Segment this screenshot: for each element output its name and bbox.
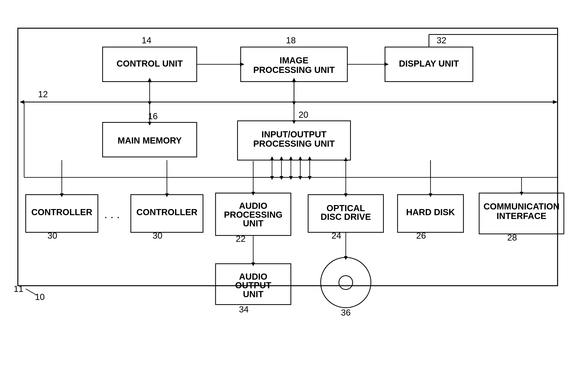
arrow-io-ctrl2 bbox=[165, 193, 169, 197]
display-unit-label: DISPLAY UNIT bbox=[399, 59, 459, 68]
io-processing-unit-label-1: INPUT/OUTPUT bbox=[261, 129, 326, 139]
optical-disc-drive-label-2: DISC DRIVE bbox=[321, 212, 371, 222]
disc-outer bbox=[321, 257, 371, 308]
arrow-io-up2 bbox=[280, 157, 283, 160]
ref-18: 18 bbox=[286, 35, 296, 45]
io-processing-unit-label-2: PROCESSING UNIT bbox=[253, 139, 335, 149]
arrow-io-down5 bbox=[308, 176, 312, 180]
arrow-odd-disc bbox=[344, 256, 348, 260]
arrow-io-odd bbox=[344, 193, 348, 197]
ref-26: 26 bbox=[416, 231, 426, 241]
arrow-cu-ipu bbox=[240, 62, 244, 66]
audio-processing-unit-label-3: UNIT bbox=[243, 218, 263, 228]
arrow-bus-left bbox=[20, 100, 24, 104]
arrow-ipu-io-down bbox=[292, 120, 296, 124]
audio-processing-unit-label-2: PROCESSING bbox=[224, 210, 282, 220]
arrow-io-ci bbox=[520, 192, 523, 196]
ref-24: 24 bbox=[331, 231, 341, 241]
arrow-io-down3 bbox=[289, 176, 293, 180]
optical-disc-drive-label-1: OPTICAL bbox=[327, 203, 365, 213]
system-label-10: 10 bbox=[35, 292, 44, 302]
ref-22: 22 bbox=[236, 234, 245, 244]
main-memory-label: MAIN MEMORY bbox=[118, 135, 182, 145]
arrow-cu-mm-down bbox=[148, 122, 152, 126]
ref-20: 20 bbox=[298, 110, 308, 120]
arrow-apu-aou bbox=[251, 263, 255, 266]
arrow-ipu-io-up bbox=[292, 78, 296, 82]
image-processing-unit-label-2: PROCESSING UNIT bbox=[253, 65, 335, 75]
audio-output-unit-label-3: UNIT bbox=[243, 289, 263, 299]
controller2-label: CONTROLLER bbox=[136, 207, 197, 217]
arrow-io-up5 bbox=[308, 157, 312, 160]
arrow-io-up3 bbox=[289, 157, 293, 160]
image-processing-unit-label-1: IMAGE bbox=[280, 55, 308, 65]
comm-interface-label-1: COMMUNICATION bbox=[483, 202, 560, 211]
audio-output-unit-label-1: AUDIO bbox=[239, 271, 267, 282]
arrow-io-up4 bbox=[298, 157, 302, 160]
arrow-io-ctrl1 bbox=[60, 193, 64, 197]
arrow-bus-right bbox=[553, 100, 558, 104]
arrow-io-down4 bbox=[298, 176, 302, 180]
arrow-io-hd bbox=[429, 193, 432, 197]
ref-36: 36 bbox=[341, 308, 351, 317]
control-unit-label: CONTROL UNIT bbox=[117, 59, 183, 68]
arrow-odd-io bbox=[344, 157, 348, 161]
comm-interface-label-2: INTERFACE bbox=[497, 211, 546, 221]
ref-14: 14 bbox=[142, 35, 151, 45]
arrow-ipu-du bbox=[384, 62, 389, 66]
ref-28: 28 bbox=[507, 232, 517, 243]
arrow-io-apu bbox=[251, 192, 255, 196]
arrow-io-down1 bbox=[270, 176, 274, 180]
system-label-11: 11 bbox=[14, 284, 23, 294]
ref-34: 34 bbox=[239, 304, 249, 314]
ref-32: 32 bbox=[437, 35, 446, 45]
ellipsis: . . . bbox=[104, 208, 120, 221]
ref-30-right: 30 bbox=[153, 231, 162, 241]
disc-inner bbox=[339, 276, 353, 289]
hard-disk-label: HARD DISK bbox=[406, 207, 455, 217]
ref-12: 12 bbox=[38, 89, 48, 99]
arrow-io-up1 bbox=[270, 157, 274, 160]
audio-processing-unit-label-1: AUDIO bbox=[239, 201, 267, 211]
audio-output-unit-label-2: OUTPUT bbox=[235, 280, 271, 290]
diagram-container: 11 10 CONTROL UNIT 14 IMAGE PROCESSING U… bbox=[8, 8, 580, 375]
arrow-io-down2 bbox=[280, 176, 283, 180]
arrow-cu-mm-up bbox=[148, 78, 152, 82]
ref-30-left: 30 bbox=[47, 231, 57, 241]
controller1-label: CONTROLLER bbox=[31, 207, 92, 217]
